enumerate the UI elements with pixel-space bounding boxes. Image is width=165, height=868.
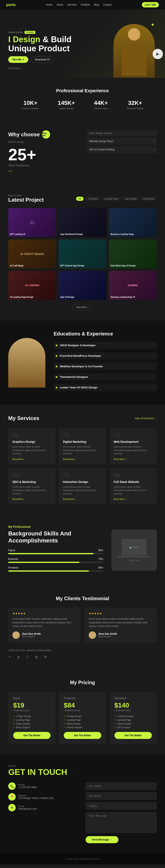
download-cv-button[interactable]: Download CV: [31, 56, 54, 63]
skills-image: 💻 Laptop Design Tools: [111, 529, 157, 571]
project-card-5[interactable]: Dark Mode App UI Design: [109, 240, 157, 269]
contact-email: ✉ Email hello@porto.com: [8, 804, 79, 811]
contact-title: GET IN TOUCH: [8, 768, 157, 776]
education-content: Educations & Experience UI/UX Designer &…: [54, 331, 157, 394]
service-card-2: 03. Web Development Lorem ipsum dolor si…: [110, 428, 157, 465]
nav-logo[interactable]: porto: [6, 3, 16, 7]
skill-business: Business 75%: [8, 558, 103, 563]
hire-me-button[interactable]: Hire Me ↗: [8, 56, 28, 63]
stats-grid: 10K+ Project Complete 145K+ Happy Client…: [12, 100, 153, 110]
project-card-6[interactable]: AI LANDING AI Landing Page Design: [8, 271, 56, 300]
project-card-3[interactable]: AI CRAFT MAGIC AI Craft Magic: [8, 240, 56, 269]
phone-icon: 📞: [8, 782, 16, 790]
pricing-features-0: 4 Page Design Landing Page Figma Design …: [13, 715, 50, 728]
test-author-0: Jhon Doe Smith Web Designer: [12, 631, 76, 639]
hero-person-image: [114, 24, 155, 78]
service-card-0: 01. Graphics Design Lorem ipsum dolor si…: [8, 428, 55, 465]
nav-portfolio[interactable]: Portfolio: [81, 3, 90, 6]
filter-dashboard[interactable]: Dashboard: [141, 197, 157, 201]
test-text-1: Lorem ipsum dolor sit amet, consectetur …: [89, 617, 153, 628]
why-section-title: Why choose: [8, 131, 40, 138]
more-btn[interactable]: More Info: [42, 130, 50, 138]
education-title: Educations & Experience: [54, 331, 157, 337]
service-card-3: 04. SEO & Marketing Lorem ipsum dolor si…: [8, 468, 55, 505]
pricing-btn-1[interactable]: Get The Better: [64, 732, 101, 739]
pricing-features-2: Unlimited Pages Landing Page Figma Desig…: [115, 715, 152, 728]
contact-section: Contact GET IN TOUCH 📞 Phone +1 234 567 …: [0, 754, 165, 854]
project-card-4[interactable]: NFT Artwork App Design: [58, 240, 107, 269]
pricing-features-1: 8 Page Design Landing Page Figma Design …: [64, 715, 101, 728]
project-card-0[interactable]: NFT LANDING NFT Landing UI: [8, 208, 56, 237]
stat-projects: 10K+ Project Complete: [22, 100, 39, 110]
contact-phone: 📞 Phone +1 234 567 8900: [8, 782, 79, 790]
services-grid: 01. Graphics Design Lorem ipsum dolor si…: [8, 428, 157, 504]
edu-item-3: Themeforest Designer: [54, 373, 157, 380]
skill-bar-fill-0: [8, 553, 94, 554]
pricing-btn-2[interactable]: Get The Better: [115, 732, 152, 739]
pricing-premium: Premium $84 / 9 Month/Count 8 Page Desig…: [59, 691, 106, 744]
navbar: porto Home About Services Portfolio Blog…: [0, 0, 165, 9]
view-more-projects-button[interactable]: View More ↓: [72, 304, 93, 310]
contact-message-input[interactable]: [86, 812, 157, 833]
nav-home[interactable]: Home: [46, 3, 53, 6]
why-subtitle: Built On Design: [8, 141, 78, 143]
testimonial-card-0: ★★★★★ Lorem ipsum dolor sit amet, consec…: [8, 608, 80, 643]
testimonial-section: My Clients Testimonial ★★★★★ Lorem ipsum…: [0, 585, 165, 669]
play-button[interactable]: ▶: [153, 49, 163, 59]
footer-copyright: © 2024 Porto. All Rights Reserved.: [65, 858, 100, 860]
hero-headline: I Design & Build Unique Product: [8, 35, 111, 53]
view-all-services[interactable]: View All Services →: [135, 417, 157, 420]
brand-4: ❋: [44, 655, 47, 659]
hero-content: Check Out My Portfolio I Design & Build …: [8, 31, 111, 78]
filter-app[interactable]: App Design: [122, 197, 139, 201]
contact-subject-input[interactable]: [86, 802, 157, 810]
filter-landing[interactable]: Landing Page: [102, 197, 121, 201]
project-section-header: Best Pro Work Latest Project All UI Desi…: [8, 194, 157, 203]
why-left: Why choose More Info Built On Design 25+…: [8, 130, 78, 174]
star-icon: ✦: [151, 22, 155, 28]
nav-cta-button[interactable]: Let's Talk: [142, 2, 159, 7]
stats-title: Professional Experience: [12, 88, 153, 93]
project-card-7[interactable]: App UI Design: [58, 271, 107, 300]
project-card-2[interactable]: Business Landing Page: [109, 208, 157, 237]
skills-section: My Professional Background Skills And Ac…: [0, 515, 165, 585]
hero-buttons: Hire Me ↗ Download CV: [8, 56, 111, 63]
contact-email-input[interactable]: [86, 792, 157, 800]
years-number: 25+: [8, 147, 78, 163]
stat-client-projects: 44K+ Clients Project: [94, 100, 108, 110]
nav-about[interactable]: About: [57, 3, 63, 6]
nav-services[interactable]: Services: [67, 3, 77, 6]
education-section: Educations & Experience UI/UX Designer &…: [0, 320, 165, 405]
edu-item-4: Leader Team Of UI/UX Design: [54, 384, 157, 391]
pricing-basic: Basic $19 / 9 Month/Count 4 Page Design …: [8, 691, 55, 744]
brand-2: ⬡: [26, 655, 29, 659]
project-card-1[interactable]: App Dashboard Design: [58, 208, 107, 237]
testimonial-title: My Clients Testimonial: [8, 596, 157, 601]
contact-name-input[interactable]: [86, 782, 157, 790]
address-icon: 📍: [8, 793, 16, 801]
service-card-1: 02. Digital Marketing Lorem ipsum dolor …: [59, 428, 106, 465]
brand-3: ◉: [35, 655, 38, 659]
services-header: My Services View All Services →: [8, 415, 157, 422]
stat-clients: 145K+ Happy Clients: [58, 100, 75, 110]
pricing-btn-0[interactable]: Get The Better: [13, 732, 50, 739]
scroll-down: Scroll Down ↓: [8, 67, 111, 69]
hero-tag: Check Out My Portfolio: [8, 31, 111, 33]
edu-dot-2: [56, 366, 57, 367]
years-label: Years Experience: [8, 164, 78, 167]
nav-contact[interactable]: Contact: [103, 3, 112, 6]
stats-section: Professional Experience 10K+ Project Com…: [0, 78, 165, 120]
hero-image-container: ▶ ✦: [111, 20, 157, 78]
contact-submit-button[interactable]: Send Message →: [86, 836, 118, 843]
pricing-grid: Basic $19 / 9 Month/Count 4 Page Design …: [8, 691, 157, 744]
project-filters: All UI Design Landing Page App Design Da…: [76, 197, 157, 201]
project-card-8[interactable]: GAMING Gaming Landing Page UI: [109, 271, 157, 300]
nav-blog[interactable]: Blog: [94, 3, 99, 6]
email-icon: ✉: [8, 804, 16, 811]
brand-1: ◈: [17, 655, 19, 659]
filter-all[interactable]: All: [76, 197, 84, 201]
education-image: [8, 338, 45, 388]
avatar-0: [12, 631, 20, 639]
filter-ui[interactable]: UI Design: [85, 197, 100, 201]
skills-tag: My Professional: [8, 525, 103, 528]
